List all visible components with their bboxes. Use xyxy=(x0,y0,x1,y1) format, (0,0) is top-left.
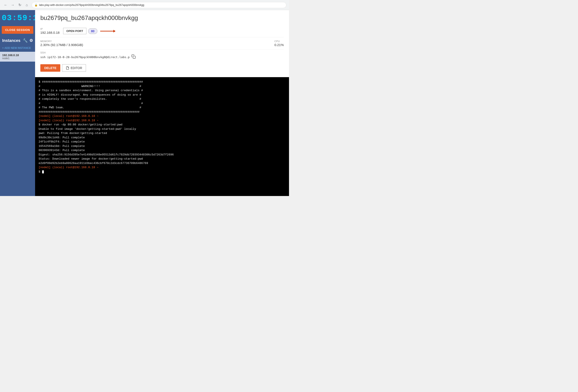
terminal-line: $ ######################################… xyxy=(39,80,286,84)
main-content: bu2679pq_bu267apqckh000bnvkgg IP 192.168… xyxy=(35,10,289,196)
close-session-button[interactable]: CLOSE SESSION xyxy=(2,26,33,34)
terminal-line: $ docker run -dp 80:80 docker/getting-st… xyxy=(39,123,286,127)
wrench-icon[interactable]: 🔧 xyxy=(23,38,28,43)
arrow-indicator xyxy=(99,29,117,34)
instance-name: node1 xyxy=(2,57,33,60)
svg-rect-2 xyxy=(133,56,136,58)
cpu-label: CPU xyxy=(274,40,280,43)
terminal-line: Digest: sha256:9156d395e7e41498d5348e955… xyxy=(39,152,286,157)
terminal[interactable]: $ ######################################… xyxy=(35,77,289,196)
add-instance-button[interactable]: + ADD NEW INSTANCE xyxy=(0,45,35,51)
memory-cpu-row: Memory 2.30% (92.17MiB / 3.906GiB) CPU 0… xyxy=(40,37,284,49)
ip-block: IP 192.168.0.18 xyxy=(40,27,60,35)
url-text: labs.play-with-docker.com/p/bu2679pqckh0… xyxy=(39,3,144,6)
delete-button[interactable]: DELETE xyxy=(40,64,60,72)
terminal-line: ########################################… xyxy=(39,110,286,114)
terminal-line: pwd: Pulling from docker/getting-started xyxy=(39,131,286,136)
ssh-row: SSH ssh ip172-18-0-28-bu2679pqckh000bnvk… xyxy=(40,49,284,62)
lock-icon: 🔒 xyxy=(34,3,38,6)
ssh-label: SSH xyxy=(40,51,136,54)
terminal-line: # WARNING!!!! # xyxy=(39,84,286,89)
sidebar: 03:59:16 CLOSE SESSION Instances 🔧 ⚙ + A… xyxy=(0,10,35,196)
memory-label: Memory xyxy=(40,40,52,43)
app-container: 03:59:16 CLOSE SESSION Instances 🔧 ⚙ + A… xyxy=(0,10,289,196)
terminal-line: # The PWD team. # xyxy=(39,105,286,110)
copy-icon[interactable] xyxy=(131,54,136,60)
terminal-line: # # xyxy=(39,101,286,106)
terminal-line: # is HIGHLY! discouraged. Any consequenc… xyxy=(39,93,286,97)
terminal-line: 08396939143d: Pull complete xyxy=(39,148,286,152)
timer-display: 03:59:16 xyxy=(0,10,35,25)
address-bar[interactable]: 🔒 labs.play-with-docker.com/p/bu2679pqck… xyxy=(32,2,286,8)
back-button[interactable]: ← xyxy=(3,2,9,8)
ssh-command: ssh ip172-18-0-28-bu2679pqckh000bnvkg0@d… xyxy=(40,55,130,59)
ip-actions: OPEN PORT 80 xyxy=(63,28,117,34)
editor-button[interactable]: EDITOR xyxy=(62,64,86,72)
terminal-line: [node1] (local) root@192.168.0.18 ~ xyxy=(39,114,286,118)
port-badge[interactable]: 80 xyxy=(88,28,97,34)
terminal-line: [node1] (local) root@192.168.0.18 ~ xyxy=(39,118,286,123)
memory-value: 2.30% (92.17MiB / 3.906GiB) xyxy=(40,43,83,47)
nav-buttons: ← → ↻ ⌂ xyxy=(3,2,30,8)
ssh-block: SSH ssh ip172-18-0-28-bu2679pqckh000bnvk… xyxy=(40,51,136,60)
instances-header: Instances 🔧 ⚙ xyxy=(0,36,35,45)
forward-button[interactable]: → xyxy=(10,2,16,8)
open-port-button[interactable]: OPEN PORT xyxy=(63,28,87,34)
ip-section: IP 192.168.0.18 OPEN PORT 80 xyxy=(40,25,284,37)
gear-icon[interactable]: ⚙ xyxy=(29,38,33,43)
editor-label: EDITOR xyxy=(71,66,82,70)
terminal-line: Unable to find image 'docker/getting-sta… xyxy=(39,127,286,131)
terminal-line: $ xyxy=(39,170,286,174)
svg-marker-1 xyxy=(113,30,116,32)
action-buttons: DELETE EDITOR xyxy=(40,62,284,74)
instances-icons: 🔧 ⚙ xyxy=(23,38,33,43)
cpu-block: CPU 0.21% xyxy=(274,39,284,48)
terminal-line: 89d9c30c1d48: Pull complete xyxy=(39,136,286,140)
instance-item[interactable]: 192.168.0.18 node1 xyxy=(0,52,35,62)
instance-title: bu2679pq_bu267apqckh000bnvkgg xyxy=(40,14,284,21)
home-button[interactable]: ⌂ xyxy=(24,2,30,8)
terminal-line: 16542569a10d: Pull complete xyxy=(39,144,286,148)
terminal-line: 24f1c4f0b2f4: Pull complete xyxy=(39,140,286,144)
ip-label: IP xyxy=(40,28,43,30)
content-header: bu2679pq_bu267apqckh000bnvkgg IP 192.168… xyxy=(35,10,289,77)
instance-ip: 192.168.0.18 xyxy=(2,53,33,57)
memory-block: Memory 2.30% (92.17MiB / 3.906GiB) xyxy=(40,39,83,48)
terminal-line: Status: Downloaded newer image for docke… xyxy=(39,157,286,161)
terminal-line: [node1] (local) root@192.168.0.18 ~ xyxy=(39,165,286,170)
terminal-line: # completely the user's responsibilites.… xyxy=(39,97,286,101)
terminal-cursor xyxy=(42,170,44,173)
terminal-line: e2d9f09d92b2eb9a80628aa1911d3bec436cbf67… xyxy=(39,161,286,165)
cpu-value: 0.21% xyxy=(274,43,284,47)
ip-value: 192.168.0.18 xyxy=(40,31,60,34)
instances-label: Instances xyxy=(2,38,20,43)
browser-chrome: ← → ↻ ⌂ 🔒 labs.play-with-docker.com/p/bu… xyxy=(0,0,289,10)
terminal-line: # This is a sandbox environment. Using p… xyxy=(39,88,286,93)
reload-button[interactable]: ↻ xyxy=(17,2,23,8)
